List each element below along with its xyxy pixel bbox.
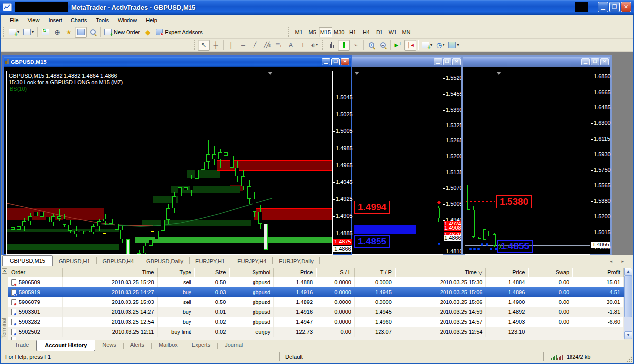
column-header-profit[interactable]: Profit [572, 268, 624, 277]
collapse-marker-icon[interactable] [496, 72, 501, 75]
chart-plot[interactable]: GBPUSD,M15 1.4882 1.4882 1.4864 1.4866 1… [6, 71, 333, 255]
auto-scroll-button[interactable]: ▶┘ [392, 40, 404, 51]
column-header-time[interactable]: Time ▽ [395, 268, 486, 277]
price-axis[interactable]: 1.55201.54551.53901.53251.52651.52001.51… [443, 71, 464, 255]
menu-help[interactable]: Help [141, 16, 162, 25]
terminal-tab-account-history[interactable]: Account History [36, 340, 95, 351]
menu-insert[interactable]: Insert [44, 16, 66, 25]
column-header-type[interactable]: Type [158, 268, 195, 277]
menu-window[interactable]: Window [113, 16, 141, 25]
timeframe-d1[interactable]: D1 [373, 27, 386, 37]
column-header-price[interactable]: Price [274, 268, 316, 277]
chart-tab-eurjpy-daily[interactable]: EURJPY,Daily [273, 257, 319, 266]
terminal-tab-alerts[interactable]: Alerts [124, 340, 151, 349]
minimize-button[interactable]: ▁ [581, 58, 590, 65]
chart-tab-eurjpy-h1[interactable]: EURJPY,H1 [190, 257, 231, 266]
column-header-time[interactable]: Time [63, 268, 158, 277]
strategy-tester-button[interactable] [87, 27, 99, 38]
bar-chart-button[interactable] [326, 40, 338, 51]
chart-window-titlebar[interactable]: GBPUSD,M15 ▁ ❒ ✕ [4, 57, 351, 67]
terminal-close-button[interactable]: ✕ [2, 268, 7, 274]
candlestick-button[interactable] [338, 40, 350, 51]
timeframe-m15[interactable]: M15 [319, 27, 332, 37]
table-row[interactable]: 59059192010.03.25 14:27buy0.03gbpusd1.49… [8, 287, 624, 297]
alert-dotted-line[interactable] [466, 201, 495, 202]
fibonacci-button[interactable]: ≣F [273, 40, 285, 51]
title-bar[interactable]: MetaTrader - ActivTrades - GBPUSD,M15 ▁ … [0, 0, 634, 15]
zoom-out-button[interactable]: − [377, 40, 389, 51]
profiles-button[interactable]: ▾ [21, 27, 36, 38]
menu-view[interactable]: View [23, 16, 44, 25]
minimize-button[interactable]: ▁ [434, 58, 442, 65]
timeframe-h1[interactable]: H1 [346, 27, 359, 37]
menu-tools[interactable]: Tools [91, 16, 113, 25]
scrollbar-thumb[interactable] [624, 276, 632, 317]
terminal-tab-mailbox[interactable]: Mailbox [152, 340, 185, 349]
table-row[interactable]: 59033012010.03.25 14:27buy0.01gbpusd1.49… [8, 307, 624, 317]
templates-button[interactable]: ▾ [446, 40, 461, 51]
toolbar-grip[interactable] [288, 27, 291, 37]
maximize-button[interactable]: ❒ [591, 58, 599, 65]
table-row[interactable]: 59060792010.03.25 15:03sell0.50gbpusd1.4… [8, 297, 624, 307]
collapse-marker-icon[interactable] [268, 72, 273, 75]
terminal-tab-trade[interactable]: Trade [8, 340, 36, 349]
supply-demand-bar[interactable] [354, 225, 416, 234]
horizontal-line-button[interactable]: ─ [237, 40, 249, 51]
data-window-button[interactable]: ⊕ [51, 27, 63, 38]
table-row[interactable]: 59065092010.03.25 15:28sell0.50gbpusd1.4… [8, 277, 624, 287]
close-button[interactable]: ✕ [600, 58, 609, 65]
column-header-swap[interactable]: Swap [528, 268, 572, 277]
periods-button[interactable]: ◷▾ [434, 40, 446, 51]
chart-window-titlebar[interactable]: ▁ ❒ ✕ [350, 57, 462, 67]
terminal-tab-journal[interactable]: Journal [218, 340, 250, 349]
trendline-button[interactable]: ╱ [249, 40, 261, 51]
timeframe-w1[interactable]: W1 [386, 27, 399, 37]
column-header-price[interactable]: Price [486, 268, 528, 277]
minimize-button[interactable]: ▁ [598, 2, 608, 12]
scroll-down-button[interactable]: ▼ [624, 331, 632, 339]
cursor-button[interactable]: ↖ [198, 40, 210, 51]
collapse-marker-icon[interactable] [354, 72, 359, 75]
price-callout-label[interactable]: 1.4855 [497, 240, 533, 253]
timeframe-m1[interactable]: M1 [292, 27, 306, 37]
timeframe-mn[interactable]: MN [399, 27, 413, 37]
column-header-order[interactable]: Order [8, 268, 63, 277]
chart-tab-gbpusd-m15[interactable]: GBPUSD,M15 [2, 255, 53, 266]
menu-file[interactable]: File [5, 16, 23, 25]
chart-plot[interactable]: 1.49941.4855 [352, 71, 443, 255]
price-axis[interactable]: 1.68501.66651.64851.63001.61151.59301.57… [591, 71, 613, 255]
terminal-tab-experts[interactable]: Experts [185, 340, 217, 349]
chart-shift-button[interactable]: ┤◂ [404, 40, 416, 51]
zoom-in-button[interactable]: + [365, 40, 377, 51]
timeframe-h4[interactable]: H4 [359, 27, 373, 37]
new-chart-button[interactable]: +▾ [7, 27, 21, 38]
toolbar-grip[interactable] [3, 27, 5, 37]
close-button[interactable]: ✕ [452, 58, 461, 65]
chart-tab-gbpusd-daily[interactable]: GBPUSD,Daily [140, 257, 189, 266]
crosshair-button[interactable]: ┼ [210, 40, 222, 51]
toolbar-grip[interactable] [194, 40, 196, 50]
terminal-button[interactable] [75, 27, 87, 38]
maximize-button[interactable]: ❒ [609, 2, 620, 12]
minimize-button[interactable]: ▁ [322, 58, 330, 65]
column-header-symbol[interactable]: Symbol [229, 268, 274, 277]
column-header-tp[interactable]: T / P [355, 268, 395, 277]
chart-tab-gbpusd-h4[interactable]: GBPUSD,H4 [97, 257, 140, 266]
arrows-button[interactable]: ⬖▾ [309, 40, 320, 51]
maximize-button[interactable]: ❒ [443, 58, 451, 65]
chart-window-gbpusd-m15[interactable]: GBPUSD,M15 ▁ ❒ ✕ GBPUSD,M15 1.4882 1.488… [2, 55, 352, 255]
table-scrollbar[interactable]: ▲ ▼ [624, 268, 632, 339]
status-profile[interactable]: Default [280, 354, 543, 360]
column-header-sl[interactable]: S / L [316, 268, 355, 277]
text-button[interactable]: A [285, 40, 297, 51]
chart-tab-eurjpy-h4[interactable]: EURJPY,H4 [231, 257, 272, 266]
indicators-button[interactable]: +▾ [420, 40, 434, 51]
chart-window-gbpusd-h1[interactable]: ▁ ❒ ✕ 1.49941.4855 1.55201.54551.53901.5… [349, 55, 464, 255]
timeframe-m5[interactable]: M5 [306, 27, 319, 37]
price-callout-label[interactable]: 1.4855 [354, 235, 390, 248]
resize-grip[interactable] [626, 356, 633, 363]
tab-scroll-arrows[interactable]: ◂ ▸ [610, 259, 628, 264]
chart-tab-gbpusd-h1[interactable]: GBPUSD,H1 [53, 257, 96, 266]
table-row[interactable]: 59032822010.03.25 12:54buy0.02gbpusd1.49… [8, 317, 624, 327]
close-button[interactable]: ✕ [341, 58, 349, 65]
